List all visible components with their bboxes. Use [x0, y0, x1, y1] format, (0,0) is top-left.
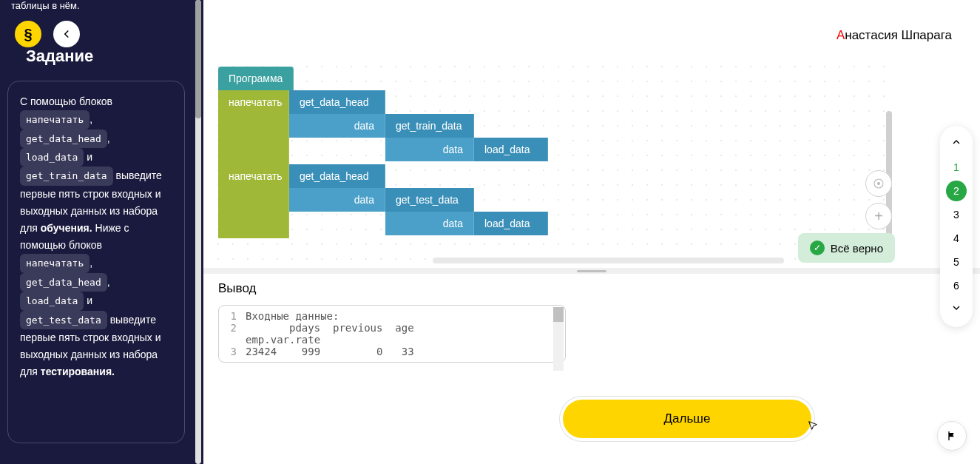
- zoom-in-button[interactable]: +: [865, 203, 892, 229]
- code-chip: load_data: [20, 292, 84, 310]
- code-chip: get_train_data: [20, 167, 113, 185]
- block-data-label[interactable]: data: [289, 188, 385, 212]
- back-button[interactable]: [53, 21, 80, 47]
- output-box[interactable]: 1Входные данные: 2 pdays previous age em…: [218, 305, 566, 363]
- step-5[interactable]: 5: [946, 252, 967, 272]
- blockly-workspace[interactable]: Программа напечатать get_data_head data …: [211, 59, 895, 266]
- svg-point-1: [878, 183, 880, 185]
- splitter[interactable]: [203, 268, 980, 274]
- code-chip: load_data: [20, 148, 84, 167]
- nav-down-button[interactable]: [947, 299, 965, 320]
- check-icon: ✓: [810, 241, 825, 255]
- sidebar: таблицы в нём. § Задание С помощью блоко…: [0, 0, 192, 464]
- block-load-data[interactable]: load_data: [474, 212, 548, 235]
- center-button[interactable]: [865, 170, 892, 197]
- main-area: Анастасия Шпарага Программа напечатать g…: [203, 0, 980, 464]
- step-2[interactable]: 2: [946, 181, 967, 201]
- block-data-label[interactable]: data: [385, 212, 474, 235]
- code-chip: get_test_data: [20, 311, 107, 329]
- main-scrollbar[interactable]: [195, 0, 201, 464]
- next-button[interactable]: Дальше: [563, 400, 811, 438]
- cursor-icon: [807, 420, 819, 434]
- output-title: Вывод: [218, 281, 566, 296]
- step-1[interactable]: 1: [946, 157, 967, 178]
- workspace-scrollbar-horizontal[interactable]: [433, 258, 784, 263]
- block-get-data-head[interactable]: get_data_head: [289, 164, 385, 188]
- code-chip: get_data_head: [20, 130, 107, 148]
- code-chip: напечатать: [20, 254, 89, 272]
- user-name: Анастасия Шпарага: [837, 28, 952, 43]
- report-button[interactable]: [937, 421, 967, 451]
- step-3[interactable]: 3: [946, 204, 967, 225]
- correct-badge: ✓ Всё верно: [798, 233, 895, 263]
- block-print[interactable]: напечатать: [218, 90, 289, 164]
- step-6[interactable]: 6: [946, 275, 967, 296]
- code-chip: напечатать: [20, 110, 89, 129]
- block-data-label[interactable]: data: [289, 114, 385, 138]
- context-text: таблицы в нём.: [7, 0, 185, 17]
- output-scrollbar[interactable]: [553, 307, 564, 371]
- block-get-data-head[interactable]: get_data_head: [289, 90, 385, 114]
- block-get-test-data[interactable]: get_test_data: [385, 188, 474, 212]
- logo-icon[interactable]: §: [15, 21, 41, 47]
- step-4[interactable]: 4: [946, 228, 967, 249]
- step-navigator: 1 2 3 4 5 6: [940, 126, 973, 327]
- block-print[interactable]: напечатать: [218, 164, 289, 238]
- task-description[interactable]: С помощью блоков напечатать, get_data_he…: [7, 81, 185, 443]
- code-chip: get_data_head: [20, 273, 107, 292]
- block-program[interactable]: Программа: [218, 67, 294, 90]
- task-heading: Задание: [26, 47, 185, 66]
- block-data-label[interactable]: data: [385, 138, 474, 161]
- block-load-data[interactable]: load_data: [474, 138, 548, 161]
- nav-up-button[interactable]: [947, 133, 965, 154]
- output-section: Вывод 1Входные данные: 2 pdays previous …: [218, 281, 566, 363]
- block-get-train-data[interactable]: get_train_data: [385, 114, 474, 138]
